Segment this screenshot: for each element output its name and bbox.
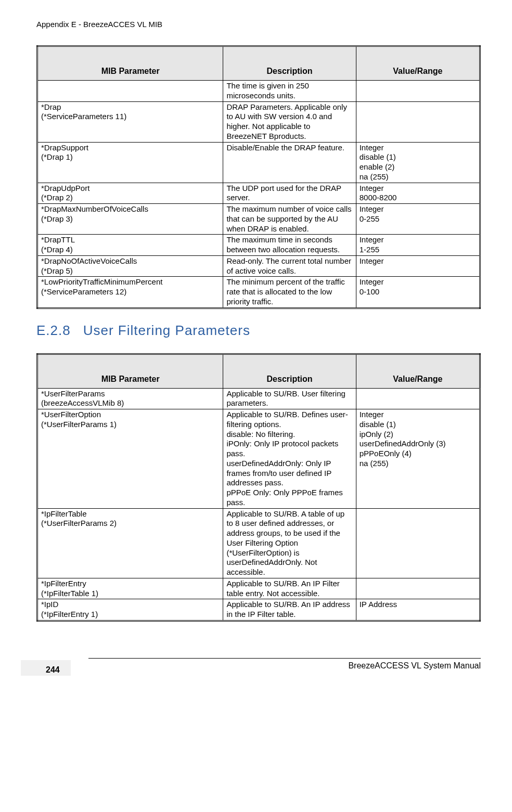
table-cell: *DrapUdpPort(*Drap 2) [37, 183, 223, 204]
col-header-desc: Description [223, 46, 356, 81]
table-row: *UserFilterOption(*UserFilterParams 1)Ap… [37, 409, 480, 509]
table-row: The time is given in 250 microseconds un… [37, 81, 480, 102]
col-header-param: MIB Parameter [37, 354, 223, 388]
table-cell: IP Address [356, 599, 480, 621]
table-cell: Integer0-255 [356, 204, 480, 235]
table-row: *DrapMaxNumberOfVoiceCalls(*Drap 3)The m… [37, 204, 480, 235]
table-cell: Applicable to SU/RB. User filtering para… [223, 388, 356, 409]
table-cell: *IpFilterTable(*UserFilterParams 2) [37, 508, 223, 578]
footer-rule [88, 658, 481, 659]
table-cell: *DrapMaxNumberOfVoiceCalls(*Drap 3) [37, 204, 223, 235]
table-header-row: MIB Parameter Description Value/Range [37, 46, 480, 81]
table-cell: Integer [356, 255, 480, 277]
table-row: *IpFilterEntry(*IpFilterTable 1)Applicab… [37, 578, 480, 599]
table-row: *LowPriorityTrafficMinimumPercent(*Servi… [37, 277, 480, 308]
col-header-param: MIB Parameter [37, 46, 223, 81]
table-cell: Read-only. The current total number of a… [223, 255, 356, 277]
table-row: *Drap(*ServiceParameters 11)DRAP Paramet… [37, 101, 480, 142]
table-cell: Applicable to SU/RB. Defines user-filter… [223, 409, 356, 509]
section-number: E.2.8 [36, 323, 71, 338]
table-cell: Integer8000-8200 [356, 183, 480, 204]
table-cell [356, 578, 480, 599]
table-cell: Applicable to SU/RB. A table of up to 8 … [223, 508, 356, 578]
mib-table-1: MIB Parameter Description Value/Range Th… [36, 45, 481, 309]
table-cell [356, 388, 480, 409]
section-heading: E.2.8User Filtering Parameters [36, 323, 481, 339]
table-cell: Integer1-255 [356, 235, 480, 256]
table-cell [356, 101, 480, 142]
table-cell: *DrapSupport(*Drap 1) [37, 142, 223, 183]
table-header-row: MIB Parameter Description Value/Range [37, 354, 480, 388]
table-cell: Integer0-100 [356, 277, 480, 308]
table-cell: *UserFilterOption(*UserFilterParams 1) [37, 409, 223, 509]
table-cell: *UserFilterParams(breezeAccessVLMib 8) [37, 388, 223, 409]
footer-page-number: 244 [46, 665, 60, 675]
section-title: User Filtering Parameters [83, 323, 250, 338]
table-cell: Integerdisable (1)enable (2)na (255) [356, 142, 480, 183]
table-cell: The UDP port used for the DRAP server. [223, 183, 356, 204]
table-cell [356, 508, 480, 578]
table-cell: The maximum time in seconds between two … [223, 235, 356, 256]
doc-header: Appendix E - BreezeACCES VL MIB [36, 20, 481, 29]
col-header-value: Value/Range [356, 354, 480, 388]
table-cell: *IpID(*IpFilterEntry 1) [37, 599, 223, 621]
table-cell: The minimum percent of the traffic rate … [223, 277, 356, 308]
mib-table-2: MIB Parameter Description Value/Range *U… [36, 353, 481, 622]
table-cell: *DrapTTL(*Drap 4) [37, 235, 223, 256]
footer-doc-title: BreezeACCESS VL System Manual [348, 661, 481, 671]
table-cell: Disable/Enable the DRAP feature. [223, 142, 356, 183]
table-cell: *DrapNoOfActiveVoiceCalls(*Drap 5) [37, 255, 223, 277]
col-header-desc: Description [223, 354, 356, 388]
table-cell: Applicable to SU/RB. An IP address in th… [223, 599, 356, 621]
table-row: *IpID(*IpFilterEntry 1)Applicable to SU/… [37, 599, 480, 621]
table-cell: The maximum number of voice calls that c… [223, 204, 356, 235]
table-row: *UserFilterParams(breezeAccessVLMib 8)Ap… [37, 388, 480, 409]
table-cell: Applicable to SU/RB. An IP Filter table … [223, 578, 356, 599]
table-row: *IpFilterTable(*UserFilterParams 2)Appli… [37, 508, 480, 578]
table-cell: *Drap(*ServiceParameters 11) [37, 101, 223, 142]
col-header-value: Value/Range [356, 46, 480, 81]
table-row: *DrapUdpPort(*Drap 2)The UDP port used f… [37, 183, 480, 204]
table-cell: Integerdisable (1)ipOnly (2)userDefinedA… [356, 409, 480, 509]
table-row: *DrapSupport(*Drap 1)Disable/Enable the … [37, 142, 480, 183]
table-row: *DrapNoOfActiveVoiceCalls(*Drap 5)Read-o… [37, 255, 480, 277]
table-cell: DRAP Parameters. Applicable only to AU w… [223, 101, 356, 142]
table-cell: *LowPriorityTrafficMinimumPercent(*Servi… [37, 277, 223, 308]
table-row: *DrapTTL(*Drap 4)The maximum time in sec… [37, 235, 480, 256]
page-footer: BreezeACCESS VL System Manual 244 [36, 658, 481, 679]
table-cell: The time is given in 250 microseconds un… [223, 81, 356, 102]
table-cell: *IpFilterEntry(*IpFilterTable 1) [37, 578, 223, 599]
table-cell [37, 81, 223, 102]
table-cell [356, 81, 480, 102]
